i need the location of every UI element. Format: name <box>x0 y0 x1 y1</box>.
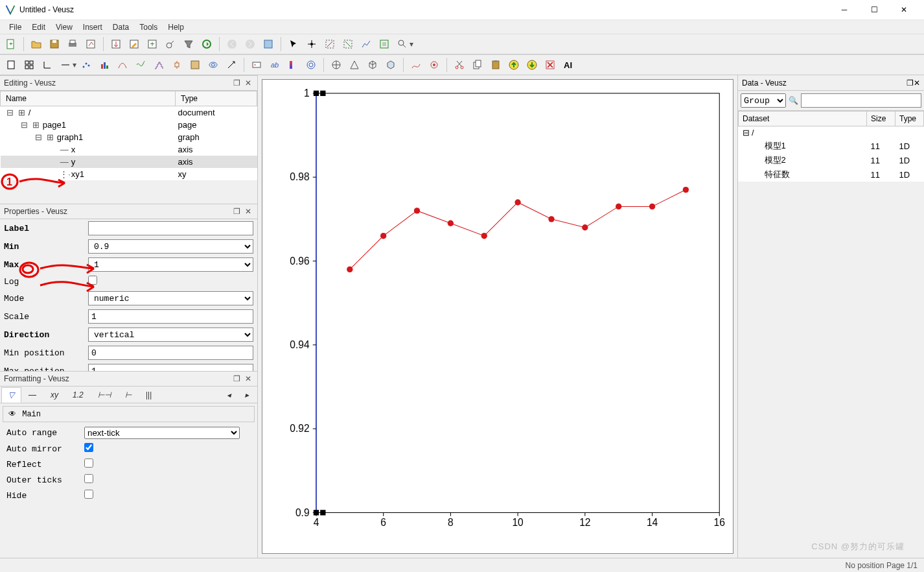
prev-page-button[interactable] <box>224 36 240 53</box>
tree-col-type[interactable]: Type <box>176 91 257 106</box>
menu-help[interactable]: Help <box>163 21 189 33</box>
add-label-button[interactable]: ab <box>266 56 283 73</box>
tree-row-graph1[interactable]: ⊟ ⊞ graph1graph <box>1 131 257 143</box>
maximize-button[interactable]: ☐ <box>859 0 889 19</box>
print-button[interactable] <box>64 36 81 53</box>
plot-view[interactable]: 468101214160.90.920.940.960.981 <box>258 75 737 558</box>
create-data-button[interactable]: + <box>144 36 161 53</box>
data-col-type[interactable]: Type <box>895 112 924 126</box>
menu-edit[interactable]: Edit <box>27 21 51 33</box>
reset-zoom-button[interactable] <box>376 36 393 53</box>
prop-Label-input[interactable] <box>88 221 253 235</box>
menu-tools[interactable]: Tools <box>134 21 163 33</box>
zoom-out-graph-button[interactable] <box>340 36 356 53</box>
fmt-tab-main[interactable]: ▽ <box>1 387 21 403</box>
widget-tree[interactable]: Name Type ⊟ ⊞ /document⊟ ⊞ page1page⊟ ⊞ … <box>0 91 257 180</box>
zoom-menu-button[interactable] <box>394 36 411 53</box>
rename-button[interactable]: AI <box>560 56 577 73</box>
add-colorbar-button[interactable] <box>284 56 301 73</box>
zoom-graph-button[interactable] <box>321 36 338 53</box>
add-file-button[interactable] <box>426 56 443 73</box>
dataset-root[interactable]: ⊟ / <box>739 126 924 139</box>
minimize-button[interactable]: ─ <box>829 0 859 19</box>
select-tool-button[interactable] <box>285 36 302 53</box>
fmt-Outer ticks-check[interactable] <box>84 474 93 483</box>
tree-row-x[interactable]: — xaxis <box>1 143 257 156</box>
move-down-button[interactable] <box>524 56 540 73</box>
menu-insert[interactable]: Insert <box>78 21 108 33</box>
paste-button[interactable] <box>487 56 504 73</box>
add-image-button[interactable] <box>187 56 203 73</box>
tree-row-y[interactable]: — yaxis <box>1 156 257 168</box>
formatting-close-icon[interactable]: ✕ <box>243 374 253 384</box>
add-grid-button[interactable] <box>21 56 38 73</box>
add-contour-button[interactable] <box>205 56 222 73</box>
import-data-button[interactable] <box>108 36 124 53</box>
view-fullscreen-button[interactable] <box>260 36 277 53</box>
fmt-Hide-check[interactable] <box>84 490 93 499</box>
add-axis-button[interactable] <box>57 56 74 73</box>
data-col-size[interactable]: Size <box>867 112 895 126</box>
add-histogram-button[interactable] <box>150 56 167 73</box>
fmt-Reflect-check[interactable] <box>84 459 93 468</box>
dataset-table[interactable]: Dataset Size Type ⊟ /模型1111D模型2111D特征数11… <box>738 111 924 182</box>
add-fit-button[interactable] <box>114 56 131 73</box>
tree-col-name[interactable]: Name <box>1 91 176 106</box>
copy-button[interactable] <box>469 56 486 73</box>
fmt-tab-label[interactable]: xy <box>43 387 65 403</box>
export-button[interactable] <box>82 36 99 53</box>
fmt-tab-scroll-left[interactable]: ◂ <box>220 387 238 403</box>
chart-canvas[interactable]: 468101214160.90.920.940.960.981 <box>262 80 733 553</box>
add-covariance-button[interactable] <box>303 56 319 73</box>
prop-Mode-select[interactable]: numeric <box>88 291 253 305</box>
data-undock-icon[interactable]: ❐ <box>907 78 914 88</box>
add-shape-button[interactable] <box>408 56 424 73</box>
editing-close-icon[interactable]: ✕ <box>243 78 253 88</box>
prop-Scale-input[interactable] <box>88 309 253 324</box>
add-boxplot-button[interactable] <box>168 56 185 73</box>
add-function-button[interactable] <box>132 56 149 73</box>
fmt-tab-majorticks[interactable]: ⊢⊣ <box>91 387 118 403</box>
properties-undock-icon[interactable]: ❐ <box>231 206 242 217</box>
save-button[interactable] <box>46 36 63 53</box>
new-doc-button[interactable]: + <box>3 36 19 53</box>
add-key-button[interactable] <box>248 56 265 73</box>
close-button[interactable]: ✕ <box>889 0 919 19</box>
prop-Min position-input[interactable] <box>88 346 253 360</box>
delete-button[interactable] <box>542 56 559 73</box>
cut-button[interactable] <box>451 56 468 73</box>
fmt-tab-minorticks[interactable]: ⊢ <box>118 387 139 403</box>
data-close-icon[interactable]: ✕ <box>914 78 920 88</box>
add-polar-button[interactable] <box>328 56 345 73</box>
capture-button[interactable] <box>162 36 179 53</box>
properties-close-icon[interactable]: ✕ <box>243 206 253 217</box>
prop-Min-select[interactable]: 0.9 <box>88 239 253 254</box>
eye-icon[interactable]: 👁 <box>7 409 17 419</box>
dataset-row[interactable]: 模型2111D <box>739 153 924 167</box>
menu-data[interactable]: Data <box>108 21 134 33</box>
fmt-tab-scroll-right[interactable]: ▸ <box>238 387 256 403</box>
zoom-dropdown-icon[interactable]: ▾ <box>410 40 413 49</box>
add-bar-button[interactable] <box>96 56 113 73</box>
add-3dgraph-button[interactable] <box>382 56 399 73</box>
tree-row-xy1[interactable]: ⋮· xy1xy <box>1 168 257 180</box>
prop-Log-check[interactable] <box>88 276 97 285</box>
read-point-button[interactable] <box>303 36 320 53</box>
add-3dscene-button[interactable] <box>364 56 381 73</box>
menu-view[interactable]: View <box>51 21 78 33</box>
data-filter-input[interactable] <box>801 93 921 108</box>
formatting-undock-icon[interactable]: ❐ <box>231 374 242 384</box>
filter-button[interactable] <box>180 36 197 53</box>
fmt-tab-gridlines[interactable]: ||| <box>139 387 159 403</box>
add-xy-button[interactable] <box>78 56 95 73</box>
fmt-tab-line[interactable]: — <box>21 387 43 403</box>
dataset-row[interactable]: 特征数111D <box>739 167 924 182</box>
fmt-tab-ticklabels[interactable]: 1.2 <box>65 387 91 403</box>
editing-undock-icon[interactable]: ❐ <box>231 78 242 88</box>
tree-row-/[interactable]: ⊟ ⊞ /document <box>1 106 257 119</box>
open-button[interactable] <box>28 36 45 53</box>
add-graph-button[interactable] <box>39 56 56 73</box>
add-vector-button[interactable] <box>223 56 240 73</box>
prop-Max-select[interactable]: 1 <box>88 257 253 272</box>
recenter-button[interactable] <box>358 36 375 53</box>
